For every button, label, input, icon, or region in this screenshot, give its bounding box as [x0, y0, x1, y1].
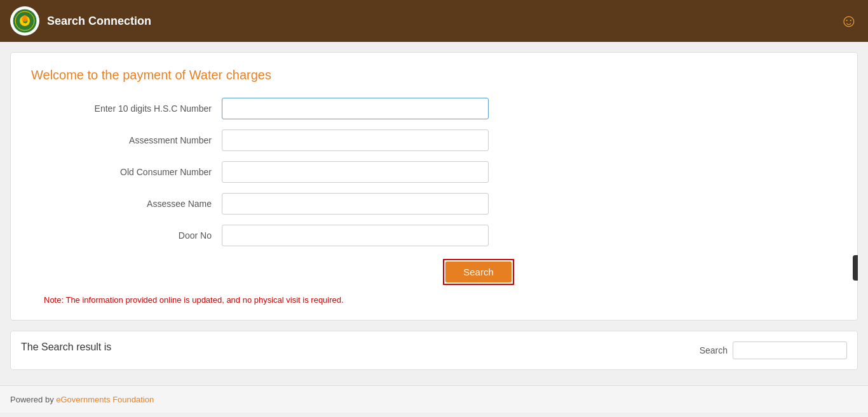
header-left: ☸ Search Connection — [10, 6, 151, 36]
results-title: The Search result is — [21, 341, 111, 353]
assessment-number-input[interactable] — [222, 129, 489, 151]
results-section: The Search result is Search — [10, 331, 858, 370]
footer: Powered by eGovernments Foundation — [0, 385, 868, 413]
results-search-input[interactable] — [733, 341, 847, 359]
results-search-label: Search — [700, 345, 728, 355]
content-wrapper: Welcome to the payment of Water charges … — [10, 52, 858, 370]
results-search-area: Search — [700, 341, 847, 359]
welcome-title: Welcome to the payment of Water charges — [31, 68, 837, 83]
footer-link[interactable]: eGovernments Foundation — [56, 395, 154, 404]
assessee-name-label: Assessee Name — [31, 199, 222, 209]
assessee-name-input[interactable] — [222, 193, 489, 215]
assessment-number-label: Assessment Number — [31, 135, 222, 145]
search-button-highlight: Search — [443, 259, 514, 285]
user-icon: ☺ — [839, 11, 858, 31]
form-card: Welcome to the payment of Water charges … — [10, 52, 858, 321]
old-consumer-number-input[interactable] — [222, 161, 489, 183]
search-button-row: Search — [31, 259, 837, 285]
door-no-row: Door No — [31, 225, 837, 246]
door-no-input[interactable] — [222, 225, 489, 246]
header-right: ☺ — [839, 11, 858, 31]
main-content: Welcome to the payment of Water charges … — [0, 42, 868, 380]
note-text: Note: The information provided online is… — [31, 295, 837, 305]
app-logo: ☸ — [10, 6, 39, 36]
old-consumer-number-row: Old Consumer Number — [31, 161, 837, 183]
scrollbar[interactable] — [853, 255, 858, 281]
search-button[interactable]: Search — [445, 261, 512, 282]
svg-point-5 — [23, 15, 27, 19]
assessment-number-row: Assessment Number — [31, 129, 837, 151]
hsc-number-label: Enter 10 digits H.S.C Number — [31, 103, 222, 114]
hsc-number-input[interactable] — [222, 98, 489, 119]
door-no-label: Door No — [31, 230, 222, 241]
app-header: ☸ Search Connection ☺ — [0, 0, 868, 42]
old-consumer-number-label: Old Consumer Number — [31, 167, 222, 177]
app-title: Search Connection — [47, 15, 151, 28]
assessee-name-row: Assessee Name — [31, 193, 837, 215]
hsc-number-row: Enter 10 digits H.S.C Number — [31, 98, 837, 119]
footer-text: Powered by eGovernments Foundation — [10, 395, 154, 404]
